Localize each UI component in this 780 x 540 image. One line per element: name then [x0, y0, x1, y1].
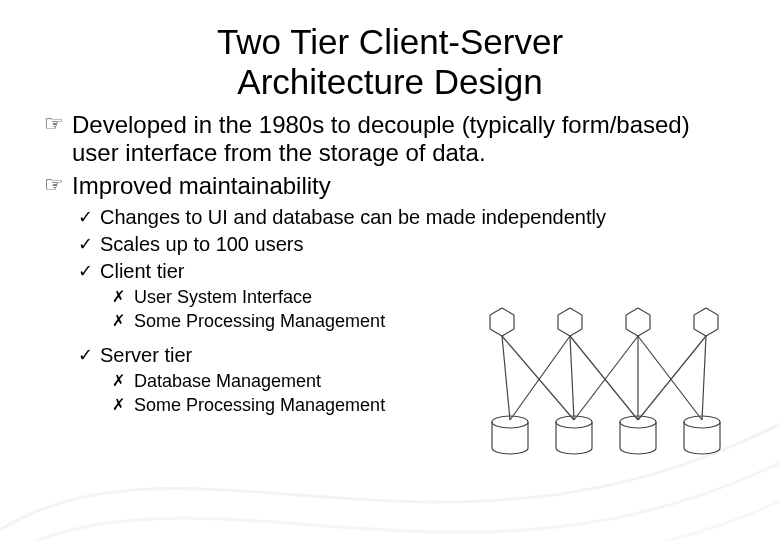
slide-body: ☞ Developed in the 1980s to decouple (ty…	[0, 103, 780, 418]
bullet-text: Scales up to 100 users	[100, 232, 742, 257]
pointing-hand-icon: ☞	[44, 111, 72, 137]
svg-point-16	[620, 416, 656, 428]
bullet-l2: ✓ Scales up to 100 users	[78, 232, 742, 257]
check-icon: ✓	[78, 232, 100, 256]
bullet-text: Improved maintainability	[72, 172, 742, 201]
bullet-text: Server tier	[100, 343, 742, 368]
pointing-hand-icon: ☞	[44, 172, 72, 198]
bullet-l3: ✗ Database Management	[112, 370, 742, 393]
bullet-l3: ✗ Some Processing Management	[112, 310, 742, 333]
bullet-text: Some Processing Management	[134, 394, 742, 417]
title-line-2: Architecture Design	[237, 62, 542, 101]
bullet-l2: ✓ Server tier	[78, 343, 742, 368]
slide: Two Tier Client-Server Architecture Desi…	[0, 0, 780, 540]
bullet-l1: ☞ Improved maintainability	[44, 172, 742, 201]
bullet-l3: ✗ Some Processing Management	[112, 394, 742, 417]
check-icon: ✓	[78, 205, 100, 229]
cross-icon: ✗	[112, 370, 134, 392]
check-icon: ✓	[78, 259, 100, 283]
title-line-1: Two Tier Client-Server	[217, 22, 563, 61]
svg-point-17	[684, 416, 720, 428]
svg-point-15	[556, 416, 592, 428]
bullet-l2: ✓ Changes to UI and database can be made…	[78, 205, 742, 230]
bullet-l3: ✗ User System Interface	[112, 286, 742, 309]
slide-title: Two Tier Client-Server Architecture Desi…	[0, 0, 780, 103]
bullet-text: Changes to UI and database can be made i…	[100, 205, 742, 230]
bullet-text: User System Interface	[134, 286, 742, 309]
bullet-text: Client tier	[100, 259, 742, 284]
cross-icon: ✗	[112, 286, 134, 308]
svg-point-14	[492, 416, 528, 428]
check-icon: ✓	[78, 343, 100, 367]
bullet-text: Database Management	[134, 370, 742, 393]
cross-icon: ✗	[112, 394, 134, 416]
bullet-text: Some Processing Management	[134, 310, 742, 333]
bullet-l2: ✓ Client tier	[78, 259, 742, 284]
bullet-text: Developed in the 1980s to decouple (typi…	[72, 111, 742, 169]
cross-icon: ✗	[112, 310, 134, 332]
bullet-l1: ☞ Developed in the 1980s to decouple (ty…	[44, 111, 742, 169]
